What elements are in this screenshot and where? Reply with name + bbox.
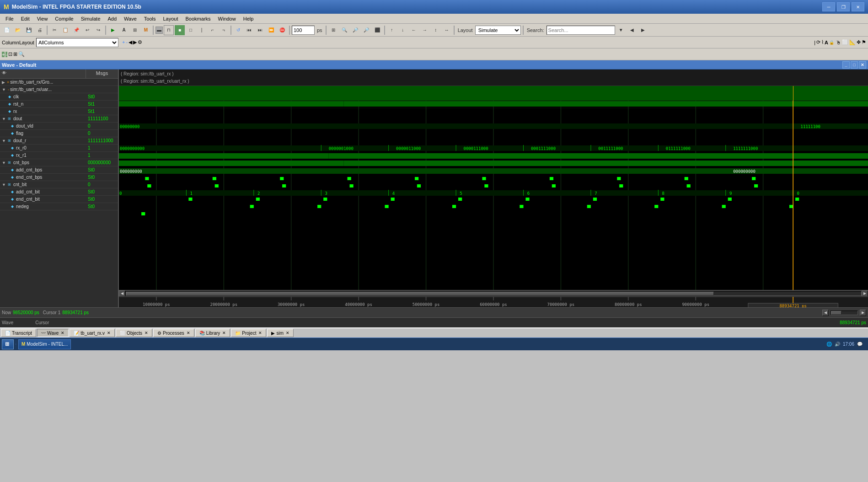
expand-icon-dout[interactable]: ▼ <box>2 117 6 121</box>
col-add[interactable]: + <box>122 39 125 45</box>
signal-row-group2[interactable]: ▼ - sim:/tb_uart_rx/uar... <box>0 86 118 93</box>
cut-button[interactable]: ✂ <box>49 25 59 35</box>
tb-uart-close-icon[interactable]: ✕ <box>107 331 111 335</box>
signal-row-clk[interactable]: ◆ clk St0 <box>0 93 118 101</box>
mark-mode[interactable]: ⚑ <box>862 39 866 45</box>
zoom-full2[interactable]: ⊞ <box>13 51 17 57</box>
print-button[interactable]: 🖨 <box>35 25 45 35</box>
zoom-out[interactable]: 🔎 <box>361 25 371 35</box>
wave-btn-1[interactable]: ▬ <box>155 27 163 34</box>
search-go[interactable]: ▼ <box>616 25 626 35</box>
minimize-button[interactable]: ─ <box>822 2 835 11</box>
objects-close-icon[interactable]: ✕ <box>145 331 148 335</box>
zoom-area[interactable]: 🔍 <box>339 25 349 35</box>
signal-row-nedeg[interactable]: ◆ nedeg St0 <box>0 203 118 210</box>
col-props[interactable]: ⚙ <box>138 39 142 45</box>
restart-btn[interactable]: ↺ <box>233 25 243 35</box>
menu-view[interactable]: View <box>33 15 52 22</box>
tb-btn-a[interactable]: A <box>119 25 129 35</box>
copy-button[interactable]: 📋 <box>60 25 70 35</box>
taskbar-library[interactable]: 📚 Library ✕ <box>195 329 230 337</box>
signal-edge[interactable]: ⌇ <box>821 39 824 45</box>
paste-button[interactable]: 📌 <box>71 25 81 35</box>
vscroll-thumb[interactable] <box>831 311 841 315</box>
zoom-fit[interactable]: ⊡ <box>8 51 12 57</box>
close-button[interactable]: ✕ <box>852 2 864 11</box>
expand-icon-1[interactable]: ▶ <box>2 80 5 85</box>
menu-bookmarks[interactable]: Bookmarks <box>182 15 214 22</box>
restore-button[interactable]: ❐ <box>837 2 850 11</box>
signal-row-rst-n[interactable]: ◆ rst_n St1 <box>0 101 118 108</box>
menu-layout[interactable]: Layout <box>160 15 182 22</box>
menu-edit[interactable]: Edit <box>17 15 33 22</box>
step-back[interactable]: ⏮ <box>244 25 254 35</box>
expand-icon-cnt-bps[interactable]: ▼ <box>2 161 6 165</box>
processes-close-icon[interactable]: ✕ <box>187 331 190 335</box>
taskbar-objects[interactable]: ⬜ Objects ✕ <box>116 329 152 337</box>
zoom-in3[interactable]: 🔍 <box>18 51 25 57</box>
redo-button[interactable]: ↪ <box>93 25 103 35</box>
signal-row-add-cnt-bit[interactable]: ◆ add_cnt_bit St0 <box>0 188 118 196</box>
wave-minimize[interactable]: _ <box>842 61 850 69</box>
fast-fwd[interactable]: ⏩ <box>266 25 276 35</box>
cursor-mode[interactable]: 🖱 <box>836 40 841 45</box>
search-input[interactable] <box>547 26 615 35</box>
step-fwd[interactable]: ⏭ <box>255 25 265 35</box>
taskbar-tb-uart[interactable]: 📝 tb_uart_rx.v ✕ <box>70 329 115 337</box>
win-task-modelsim[interactable]: M ModelSim - INTEL... <box>18 339 71 349</box>
menu-file[interactable]: File <box>2 15 17 22</box>
expand-icon-2[interactable]: ▼ <box>2 87 6 92</box>
library-close-icon[interactable]: ✕ <box>222 331 226 335</box>
sim-stop[interactable]: ⬛ <box>372 25 382 35</box>
project-close-icon[interactable]: ✕ <box>258 331 262 335</box>
signal-row-dout[interactable]: ▼ ⊞ dout 11111100 <box>0 115 118 123</box>
open-button[interactable]: 📂 <box>13 25 23 35</box>
wave-expand[interactable]: ↕ <box>431 25 441 35</box>
start-button[interactable]: ⊞ <box>2 339 14 349</box>
measure-mode[interactable]: 📐 <box>849 39 856 45</box>
wave-btn-5[interactable]: | <box>197 25 207 35</box>
zoom-full[interactable]: ⊞ <box>328 25 338 35</box>
tb-btn-grid[interactable]: ⊞ <box>130 25 140 35</box>
expand-icon-cnt-bit[interactable]: ▼ <box>2 182 6 187</box>
signal-row-rx[interactable]: ◆ rx St1 <box>0 108 118 115</box>
wave-btn-4[interactable]: □ <box>186 25 196 35</box>
menu-help[interactable]: Help <box>240 15 257 22</box>
sim-close-icon[interactable]: ✕ <box>286 331 289 335</box>
signal-row-flag[interactable]: ◆ flag 0 <box>0 130 118 137</box>
drag-mode[interactable]: ✥ <box>857 39 861 45</box>
signal-row-group1[interactable]: ▶ + sim:/tb_uart_rx/Gro... <box>0 79 118 86</box>
wave-close-icon[interactable]: ✕ <box>61 331 64 335</box>
vscroll-track[interactable] <box>830 311 858 315</box>
signal-row-cnt-bps[interactable]: ▼ ⊞ cnt_bps 000000000 <box>0 159 118 166</box>
signal-row-end-cnt-bps[interactable]: ◆ end_cnt_bps St0 <box>0 174 118 181</box>
signal-row-cnt-bit[interactable]: ▼ ⊞ cnt_bit 0 <box>0 181 118 188</box>
signal-lock[interactable]: 🔒 <box>829 40 834 45</box>
save-button[interactable]: 💾 <box>24 25 34 35</box>
wave-left[interactable]: ← <box>409 25 419 35</box>
run-button[interactable]: ▶ <box>108 25 118 35</box>
time-input[interactable] <box>292 26 315 35</box>
menu-compile[interactable]: Compile <box>51 15 77 22</box>
menu-wave[interactable]: Wave <box>120 15 140 22</box>
taskbar-project[interactable]: 📁 Project ✕ <box>231 329 266 337</box>
tb-btn-m[interactable]: M <box>141 25 151 35</box>
wave-btn-7[interactable]: ¬ <box>219 25 229 35</box>
scroll-thumb[interactable] <box>126 292 714 295</box>
col-del[interactable]: - <box>126 39 128 45</box>
col-layout-select[interactable]: AllColumns <box>36 38 118 47</box>
wave-up[interactable]: ↑ <box>387 25 397 35</box>
wave-canvas[interactable]: 00000000 11111100 0000000000 <box>119 86 868 290</box>
zoom-mode[interactable]: ⬜ <box>842 39 848 45</box>
signal-row-end-cnt-bit[interactable]: ◆ end_cnt_bit St0 <box>0 196 118 203</box>
search-next[interactable]: ▶ <box>638 25 648 35</box>
vscroll-down[interactable]: ▶ <box>860 310 866 316</box>
expand-icon-dout-r[interactable]: ▼ <box>2 139 6 143</box>
taskbar-sim[interactable]: ▶ sim ✕ <box>267 329 294 337</box>
taskbar-wave[interactable]: 〰 Wave ✕ <box>37 329 69 337</box>
wave-btn-2[interactable]: ⊓ <box>164 25 174 35</box>
scroll-track[interactable] <box>125 291 862 296</box>
taskbar-transcript[interactable]: 📄 Transcript <box>1 329 36 337</box>
signal-all[interactable]: A <box>825 40 828 45</box>
zoom-out2[interactable]: - <box>5 52 7 57</box>
